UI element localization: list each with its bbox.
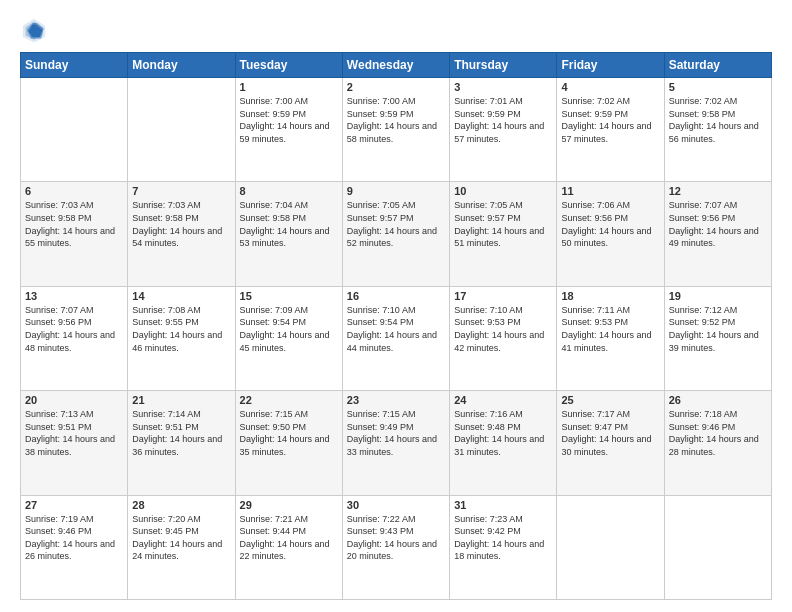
week-row-4: 20Sunrise: 7:13 AM Sunset: 9:51 PM Dayli… [21,391,772,495]
calendar-cell: 9Sunrise: 7:05 AM Sunset: 9:57 PM Daylig… [342,182,449,286]
calendar-cell: 29Sunrise: 7:21 AM Sunset: 9:44 PM Dayli… [235,495,342,599]
day-number: 8 [240,185,338,197]
day-info: Sunrise: 7:15 AM Sunset: 9:50 PM Dayligh… [240,408,338,458]
calendar-cell: 6Sunrise: 7:03 AM Sunset: 9:58 PM Daylig… [21,182,128,286]
day-info: Sunrise: 7:21 AM Sunset: 9:44 PM Dayligh… [240,513,338,563]
calendar-cell: 14Sunrise: 7:08 AM Sunset: 9:55 PM Dayli… [128,286,235,390]
day-info: Sunrise: 7:09 AM Sunset: 9:54 PM Dayligh… [240,304,338,354]
day-info: Sunrise: 7:03 AM Sunset: 9:58 PM Dayligh… [132,199,230,249]
day-info: Sunrise: 7:04 AM Sunset: 9:58 PM Dayligh… [240,199,338,249]
day-number: 7 [132,185,230,197]
day-number: 15 [240,290,338,302]
day-info: Sunrise: 7:06 AM Sunset: 9:56 PM Dayligh… [561,199,659,249]
day-info: Sunrise: 7:15 AM Sunset: 9:49 PM Dayligh… [347,408,445,458]
day-info: Sunrise: 7:10 AM Sunset: 9:53 PM Dayligh… [454,304,552,354]
day-number: 6 [25,185,123,197]
day-number: 13 [25,290,123,302]
day-info: Sunrise: 7:16 AM Sunset: 9:48 PM Dayligh… [454,408,552,458]
day-number: 20 [25,394,123,406]
day-info: Sunrise: 7:05 AM Sunset: 9:57 PM Dayligh… [454,199,552,249]
weekday-header-monday: Monday [128,53,235,78]
day-number: 11 [561,185,659,197]
calendar-cell: 7Sunrise: 7:03 AM Sunset: 9:58 PM Daylig… [128,182,235,286]
calendar-cell: 15Sunrise: 7:09 AM Sunset: 9:54 PM Dayli… [235,286,342,390]
day-number: 14 [132,290,230,302]
weekday-header-thursday: Thursday [450,53,557,78]
calendar-cell: 19Sunrise: 7:12 AM Sunset: 9:52 PM Dayli… [664,286,771,390]
day-info: Sunrise: 7:05 AM Sunset: 9:57 PM Dayligh… [347,199,445,249]
day-number: 17 [454,290,552,302]
calendar-cell: 25Sunrise: 7:17 AM Sunset: 9:47 PM Dayli… [557,391,664,495]
calendar-cell: 3Sunrise: 7:01 AM Sunset: 9:59 PM Daylig… [450,78,557,182]
calendar-cell: 30Sunrise: 7:22 AM Sunset: 9:43 PM Dayli… [342,495,449,599]
day-info: Sunrise: 7:14 AM Sunset: 9:51 PM Dayligh… [132,408,230,458]
calendar-cell: 1Sunrise: 7:00 AM Sunset: 9:59 PM Daylig… [235,78,342,182]
calendar-cell: 18Sunrise: 7:11 AM Sunset: 9:53 PM Dayli… [557,286,664,390]
day-number: 10 [454,185,552,197]
week-row-5: 27Sunrise: 7:19 AM Sunset: 9:46 PM Dayli… [21,495,772,599]
calendar-cell: 11Sunrise: 7:06 AM Sunset: 9:56 PM Dayli… [557,182,664,286]
day-number: 26 [669,394,767,406]
calendar-cell: 10Sunrise: 7:05 AM Sunset: 9:57 PM Dayli… [450,182,557,286]
weekday-header-wednesday: Wednesday [342,53,449,78]
day-number: 25 [561,394,659,406]
calendar-cell [557,495,664,599]
day-number: 27 [25,499,123,511]
day-info: Sunrise: 7:02 AM Sunset: 9:59 PM Dayligh… [561,95,659,145]
calendar-cell: 2Sunrise: 7:00 AM Sunset: 9:59 PM Daylig… [342,78,449,182]
calendar-table: SundayMondayTuesdayWednesdayThursdayFrid… [20,52,772,600]
week-row-1: 1Sunrise: 7:00 AM Sunset: 9:59 PM Daylig… [21,78,772,182]
day-info: Sunrise: 7:00 AM Sunset: 9:59 PM Dayligh… [240,95,338,145]
calendar-cell: 5Sunrise: 7:02 AM Sunset: 9:58 PM Daylig… [664,78,771,182]
day-info: Sunrise: 7:08 AM Sunset: 9:55 PM Dayligh… [132,304,230,354]
day-info: Sunrise: 7:07 AM Sunset: 9:56 PM Dayligh… [669,199,767,249]
day-info: Sunrise: 7:19 AM Sunset: 9:46 PM Dayligh… [25,513,123,563]
calendar-cell [21,78,128,182]
day-info: Sunrise: 7:18 AM Sunset: 9:46 PM Dayligh… [669,408,767,458]
day-info: Sunrise: 7:11 AM Sunset: 9:53 PM Dayligh… [561,304,659,354]
day-number: 22 [240,394,338,406]
calendar-cell: 12Sunrise: 7:07 AM Sunset: 9:56 PM Dayli… [664,182,771,286]
day-number: 30 [347,499,445,511]
day-info: Sunrise: 7:07 AM Sunset: 9:56 PM Dayligh… [25,304,123,354]
calendar-cell: 26Sunrise: 7:18 AM Sunset: 9:46 PM Dayli… [664,391,771,495]
weekday-header-row: SundayMondayTuesdayWednesdayThursdayFrid… [21,53,772,78]
calendar-cell: 16Sunrise: 7:10 AM Sunset: 9:54 PM Dayli… [342,286,449,390]
page: SundayMondayTuesdayWednesdayThursdayFrid… [0,0,792,612]
weekday-header-friday: Friday [557,53,664,78]
day-number: 12 [669,185,767,197]
day-number: 29 [240,499,338,511]
header [20,16,772,44]
day-info: Sunrise: 7:01 AM Sunset: 9:59 PM Dayligh… [454,95,552,145]
calendar-cell [664,495,771,599]
day-number: 28 [132,499,230,511]
calendar-cell: 17Sunrise: 7:10 AM Sunset: 9:53 PM Dayli… [450,286,557,390]
day-info: Sunrise: 7:12 AM Sunset: 9:52 PM Dayligh… [669,304,767,354]
calendar-cell: 4Sunrise: 7:02 AM Sunset: 9:59 PM Daylig… [557,78,664,182]
day-info: Sunrise: 7:02 AM Sunset: 9:58 PM Dayligh… [669,95,767,145]
day-info: Sunrise: 7:13 AM Sunset: 9:51 PM Dayligh… [25,408,123,458]
week-row-3: 13Sunrise: 7:07 AM Sunset: 9:56 PM Dayli… [21,286,772,390]
day-number: 24 [454,394,552,406]
calendar-cell: 24Sunrise: 7:16 AM Sunset: 9:48 PM Dayli… [450,391,557,495]
calendar-cell: 27Sunrise: 7:19 AM Sunset: 9:46 PM Dayli… [21,495,128,599]
calendar-cell: 31Sunrise: 7:23 AM Sunset: 9:42 PM Dayli… [450,495,557,599]
day-number: 31 [454,499,552,511]
weekday-header-sunday: Sunday [21,53,128,78]
calendar-cell: 21Sunrise: 7:14 AM Sunset: 9:51 PM Dayli… [128,391,235,495]
day-info: Sunrise: 7:10 AM Sunset: 9:54 PM Dayligh… [347,304,445,354]
calendar-cell: 8Sunrise: 7:04 AM Sunset: 9:58 PM Daylig… [235,182,342,286]
day-number: 5 [669,81,767,93]
day-number: 21 [132,394,230,406]
day-number: 1 [240,81,338,93]
week-row-2: 6Sunrise: 7:03 AM Sunset: 9:58 PM Daylig… [21,182,772,286]
day-number: 3 [454,81,552,93]
day-number: 2 [347,81,445,93]
day-info: Sunrise: 7:22 AM Sunset: 9:43 PM Dayligh… [347,513,445,563]
calendar-cell: 13Sunrise: 7:07 AM Sunset: 9:56 PM Dayli… [21,286,128,390]
day-number: 19 [669,290,767,302]
weekday-header-saturday: Saturday [664,53,771,78]
day-info: Sunrise: 7:03 AM Sunset: 9:58 PM Dayligh… [25,199,123,249]
calendar-cell: 22Sunrise: 7:15 AM Sunset: 9:50 PM Dayli… [235,391,342,495]
calendar-cell [128,78,235,182]
